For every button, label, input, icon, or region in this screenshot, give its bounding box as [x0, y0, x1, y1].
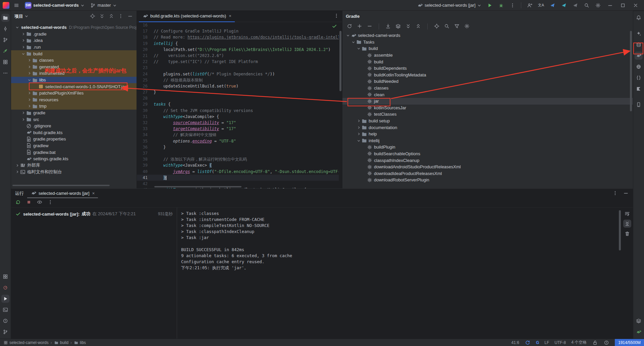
gradle-scan-button[interactable]	[635, 328, 643, 336]
encoding-widget[interactable]: UTF-8	[554, 340, 566, 345]
project-tree-row[interactable]: instrumented	[11, 70, 137, 77]
soft-wrap-button[interactable]	[623, 210, 631, 218]
project-tree-row[interactable]: selected-camel-wordsD:\Program Project\O…	[11, 24, 137, 31]
indent-widget[interactable]: 4 个空格	[571, 340, 587, 345]
code-line[interactable]: 19intellij {	[137, 41, 339, 47]
chevron-down-icon[interactable]	[20, 51, 26, 56]
terminal-tool-button[interactable]	[1, 306, 9, 314]
line-number[interactable]: 40	[137, 169, 154, 175]
code-line[interactable]: 29tasks {	[137, 101, 339, 107]
maximize-button[interactable]	[617, 1, 629, 10]
gradle-tree-row[interactable]: buildDependents	[342, 65, 633, 72]
chevron-right-icon[interactable]	[20, 38, 26, 43]
settings-button[interactable]	[593, 1, 603, 10]
modules-tool-button[interactable]	[1, 58, 9, 66]
code-line[interactable]: 25 // 移除最高版本限制	[137, 77, 339, 83]
code-line[interactable]: 37	[137, 150, 339, 156]
code-line[interactable]: 22// type.set("IC") // Target IDE Platfo…	[137, 59, 339, 65]
chevron-right-icon[interactable]	[26, 91, 32, 96]
line-number[interactable]: 26	[137, 83, 154, 89]
offline-mode-button[interactable]	[395, 23, 401, 30]
gradle-add-button[interactable]	[357, 23, 363, 30]
gradle-filter-button[interactable]	[454, 23, 460, 30]
code-line[interactable]: 27}	[137, 89, 339, 95]
code-line[interactable]: 32 sourceCompatibility = "17"	[137, 120, 339, 126]
collapse-all-button[interactable]	[108, 13, 114, 20]
code-line[interactable]: 31 withType<JavaCompile> {	[137, 114, 339, 120]
sync-status-widget[interactable]	[525, 340, 531, 345]
editor-tab-options-button[interactable]	[333, 13, 339, 19]
line-number[interactable]: 36	[137, 144, 154, 150]
project-tree-row[interactable]: tmp	[11, 103, 137, 110]
code-line[interactable]: 17// Configure Gradle IntelliJ Plugin	[137, 28, 339, 34]
run-tool-button[interactable]	[1, 295, 9, 303]
debug-button[interactable]	[496, 1, 506, 10]
chevron-down-icon[interactable]	[351, 39, 356, 45]
close-button[interactable]	[630, 1, 641, 10]
project-tree-row[interactable]: .run	[11, 44, 137, 51]
chevron-right-icon[interactable]	[20, 31, 26, 37]
chevron-right-icon[interactable]	[14, 169, 20, 175]
project-tree-row[interactable]: .idea	[11, 37, 137, 44]
code-line[interactable]: 40 jvmArgs = listOf("-Dfile.encoding=UTF…	[137, 169, 339, 175]
gradle-sync-button[interactable]	[346, 23, 353, 30]
chevron-right-icon[interactable]	[356, 125, 361, 130]
gradle-tree-row[interactable]: testClasses	[342, 111, 633, 118]
layers-tool-button[interactable]	[635, 317, 643, 325]
code-line[interactable]: 34 // 解决编译时中文报错	[137, 132, 339, 138]
gradle-tree-row[interactable]: downloadAndroidStudioProductReleasesXml	[342, 164, 633, 170]
filter-output-button[interactable]	[37, 199, 43, 206]
chevron-down-icon[interactable]	[14, 25, 20, 30]
close-tab-button[interactable]: ×	[229, 13, 231, 18]
line-number[interactable]: 22	[137, 59, 154, 65]
line-number[interactable]: 24	[137, 71, 154, 77]
chevron-right-icon[interactable]	[26, 97, 32, 102]
event-log-widget[interactable]	[603, 340, 609, 345]
chevron-right-icon[interactable]	[26, 64, 32, 69]
minimize-button[interactable]	[604, 1, 616, 10]
project-tree-row[interactable]: 临时文件和控制台	[11, 169, 137, 175]
chevron-right-icon[interactable]	[26, 104, 32, 109]
gradle-tool-button[interactable]	[635, 52, 643, 60]
code-line[interactable]: 18// Read more: https://plugins.jetbrain…	[137, 34, 339, 40]
project-tool-button[interactable]	[1, 14, 9, 22]
code-line[interactable]: 28	[137, 95, 339, 101]
editor-hscrollbar[interactable]	[154, 186, 241, 187]
expand-all-button[interactable]	[99, 13, 105, 20]
stop-button[interactable]	[26, 199, 32, 206]
line-number[interactable]: 27	[137, 89, 154, 95]
editor-tab[interactable]: build.gradle.kts (selected-camel-words) …	[139, 11, 235, 22]
code-line[interactable]: 20 localPath.set("D:\\Program Files\\Jet…	[137, 47, 339, 53]
breadcrumb-item[interactable]: libs	[74, 340, 86, 345]
breadcrumb-item[interactable]: build	[54, 340, 68, 345]
chevron-right-icon[interactable]	[26, 58, 32, 63]
project-tree-row[interactable]: libs	[11, 77, 137, 83]
commit-tool-button[interactable]	[1, 25, 9, 33]
line-number[interactable]: 25	[137, 77, 154, 83]
line-number[interactable]: 32	[137, 120, 154, 126]
code-with-me-button[interactable]	[525, 1, 535, 10]
gradle-tree-row[interactable]: Tasks	[342, 39, 633, 46]
chevron-right-icon[interactable]	[26, 71, 32, 76]
line-number[interactable]: 41	[137, 175, 154, 181]
line-number[interactable]: 17	[137, 28, 154, 34]
project-tree-row[interactable]: build.gradle.kts	[11, 129, 137, 136]
run-panel-more-button[interactable]	[612, 190, 618, 197]
code-line[interactable]: 35 options.encoding = "UTF-8"	[137, 138, 339, 144]
gradle-tree-row[interactable]: help	[342, 131, 633, 137]
more-run-actions-button[interactable]	[507, 1, 518, 10]
profiler-tool-button[interactable]	[1, 284, 9, 292]
gradle-tree-row[interactable]: intellij	[342, 137, 633, 144]
breadcrumb-item[interactable]: selected-camel-words	[3, 340, 49, 345]
hide-run-panel-button[interactable]	[623, 190, 629, 197]
project-more-button[interactable]	[118, 13, 124, 20]
project-tree-row[interactable]: 外部库	[11, 162, 137, 169]
gradle-vscrollbar[interactable]	[630, 31, 632, 111]
close-run-tab-button[interactable]: ×	[92, 191, 95, 196]
line-number[interactable]: 38	[137, 156, 154, 162]
line-number[interactable]: 28	[137, 95, 154, 101]
chevron-down-icon[interactable]	[356, 138, 361, 143]
console-vscrollbar[interactable]	[619, 210, 621, 250]
gradle-tree-row[interactable]: downloadRobotServerPlugin	[342, 177, 633, 183]
plugin-plane-blue-button[interactable]	[547, 1, 557, 10]
